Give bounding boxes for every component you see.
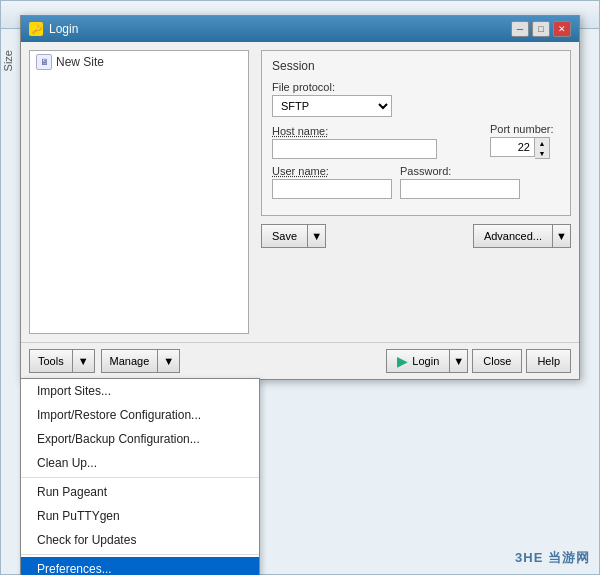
port-increment-button[interactable]: ▲ <box>535 138 549 148</box>
size-label: Size <box>2 50 14 71</box>
file-protocol-label: File protocol: <box>272 81 560 93</box>
menu-item-run-puttygen[interactable]: Run PuTTYgen <box>21 504 259 528</box>
file-protocol-row: File protocol: SFTP <box>272 81 560 117</box>
menu-item-check-updates[interactable]: Check for Updates <box>21 528 259 552</box>
host-name-input[interactable] <box>272 139 437 159</box>
advanced-dropdown-button[interactable]: ▼ <box>553 224 571 248</box>
save-btn-group: Save ▼ <box>261 224 326 248</box>
session-group-label: Session <box>272 59 560 73</box>
menu-item-export-backup[interactable]: Export/Backup Configuration... <box>21 427 259 451</box>
tools-button[interactable]: Tools <box>29 349 73 373</box>
spacer <box>186 349 380 373</box>
user-name-input[interactable] <box>272 179 392 199</box>
port-field-group: Port number: ▲ ▼ <box>490 123 560 159</box>
close-button[interactable]: Close <box>472 349 522 373</box>
menu-item-preferences[interactable]: Preferences... <box>21 557 259 575</box>
login-btn-group: ▶ Login ▼ <box>386 349 468 373</box>
advanced-button[interactable]: Advanced... <box>473 224 553 248</box>
password-label: Password: <box>400 165 520 177</box>
site-tree-panel: 🖥 New Site <box>29 50 249 334</box>
watermark: 3HE 当游网 <box>515 549 590 567</box>
user-field-group: User name: <box>272 165 392 199</box>
manage-button[interactable]: Manage <box>101 349 159 373</box>
port-input-wrapper: ▲ ▼ <box>490 137 560 159</box>
port-input[interactable] <box>490 137 535 157</box>
dialog-title-icon: 🔑 <box>29 22 43 36</box>
session-group: Session File protocol: SFTP Host name: <box>261 50 571 216</box>
host-name-label: Host name: <box>272 125 437 137</box>
login-dialog: 🔑 Login ─ □ ✕ 🖥 New Site Session File pr… <box>20 15 580 380</box>
dialog-body: 🖥 New Site Session File protocol: SFTP <box>21 42 579 342</box>
minimize-button[interactable]: ─ <box>511 21 529 37</box>
host-port-row: Host name: Port number: ▲ ▼ <box>272 123 560 159</box>
close-title-button[interactable]: ✕ <box>553 21 571 37</box>
protocol-select-wrapper: SFTP <box>272 95 560 117</box>
dialog-controls: ─ □ ✕ <box>511 21 571 37</box>
login-icon: ▶ <box>397 353 408 369</box>
dialog-titlebar: 🔑 Login ─ □ ✕ <box>21 16 579 42</box>
save-dropdown-button[interactable]: ▼ <box>308 224 326 248</box>
advanced-btn-group: Advanced... ▼ <box>473 224 571 248</box>
site-icon: 🖥 <box>36 54 52 70</box>
maximize-button[interactable]: □ <box>532 21 550 37</box>
new-site-item[interactable]: 🖥 New Site <box>30 51 248 73</box>
host-field-group: Host name: <box>272 125 437 159</box>
menu-item-import-restore[interactable]: Import/Restore Configuration... <box>21 403 259 427</box>
right-button-group: ▶ Login ▼ Close Help <box>386 349 571 373</box>
save-button[interactable]: Save <box>261 224 308 248</box>
user-pass-row: User name: Password: <box>272 165 560 199</box>
tools-manage-row: Tools ▼ Manage ▼ ▶ Login ▼ Close Help <box>21 342 579 379</box>
port-decrement-button[interactable]: ▼ <box>535 148 549 158</box>
tools-dropdown-menu: Import Sites...Import/Restore Configurat… <box>20 378 260 575</box>
port-spinner: ▲ ▼ <box>535 137 550 159</box>
manage-dropdown-button[interactable]: ▼ <box>158 349 180 373</box>
tools-btn-group: Tools ▼ <box>29 349 95 373</box>
port-number-label: Port number: <box>490 123 560 135</box>
dialog-title-area: 🔑 Login <box>29 22 78 36</box>
dialog-title-text: Login <box>49 22 78 36</box>
pass-field-group: Password: <box>400 165 520 199</box>
login-dropdown-button[interactable]: ▼ <box>450 349 468 373</box>
menu-separator <box>21 477 259 478</box>
menu-item-clean-up[interactable]: Clean Up... <box>21 451 259 475</box>
login-button[interactable]: ▶ Login <box>386 349 450 373</box>
help-button[interactable]: Help <box>526 349 571 373</box>
password-input[interactable] <box>400 179 520 199</box>
new-site-label: New Site <box>56 55 104 69</box>
menu-separator <box>21 554 259 555</box>
menu-item-run-pageant[interactable]: Run Pageant <box>21 480 259 504</box>
menu-item-import-sites[interactable]: Import Sites... <box>21 379 259 403</box>
user-name-label: User name: <box>272 165 392 177</box>
protocol-select[interactable]: SFTP <box>272 95 392 117</box>
tools-dropdown-button[interactable]: ▼ <box>73 349 95 373</box>
manage-btn-group: Manage ▼ <box>101 349 181 373</box>
save-advanced-row: Save ▼ Advanced... ▼ <box>261 224 571 252</box>
session-panel: Session File protocol: SFTP Host name: <box>261 50 571 334</box>
login-button-label: Login <box>412 355 439 367</box>
